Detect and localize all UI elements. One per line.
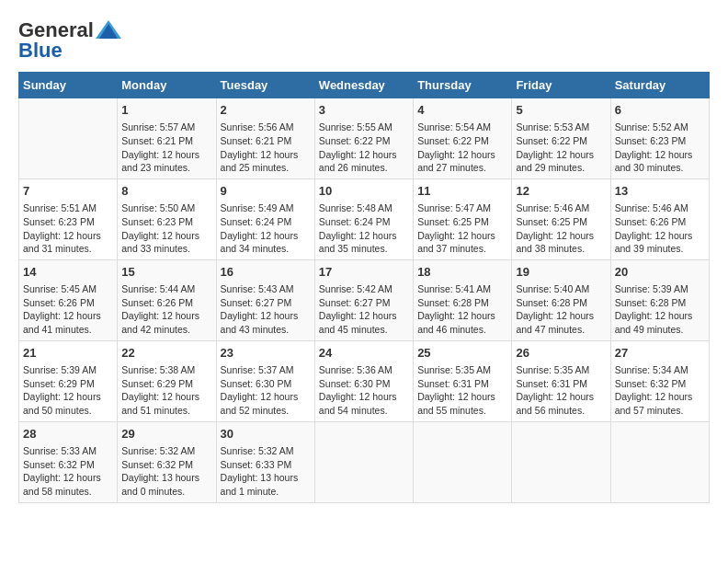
calendar-cell: 29Sunrise: 5:32 AM Sunset: 6:32 PM Dayli… xyxy=(118,421,216,502)
header-day-friday: Friday xyxy=(512,73,610,98)
day-number: 19 xyxy=(516,264,606,281)
calendar-cell: 16Sunrise: 5:43 AM Sunset: 6:27 PM Dayli… xyxy=(216,259,314,340)
day-info: Sunrise: 5:49 AM Sunset: 6:24 PM Dayligh… xyxy=(221,201,311,256)
day-number: 14 xyxy=(23,264,113,281)
day-info: Sunrise: 5:46 AM Sunset: 6:26 PM Dayligh… xyxy=(615,201,705,256)
calendar-cell: 19Sunrise: 5:40 AM Sunset: 6:28 PM Dayli… xyxy=(512,259,610,340)
day-number: 3 xyxy=(319,102,409,119)
header-day-sunday: Sunday xyxy=(19,73,118,98)
day-number: 22 xyxy=(121,345,211,362)
calendar-cell: 1Sunrise: 5:57 AM Sunset: 6:21 PM Daylig… xyxy=(118,98,216,179)
day-number: 10 xyxy=(319,183,409,200)
calendar-cell: 5Sunrise: 5:53 AM Sunset: 6:22 PM Daylig… xyxy=(512,98,610,179)
header-day-wednesday: Wednesday xyxy=(314,73,413,98)
week-row-3: 14Sunrise: 5:45 AM Sunset: 6:26 PM Dayli… xyxy=(19,259,710,340)
calendar-cell: 11Sunrise: 5:47 AM Sunset: 6:25 PM Dayli… xyxy=(414,178,512,259)
day-number: 29 xyxy=(121,426,211,442)
calendar-cell: 17Sunrise: 5:42 AM Sunset: 6:27 PM Dayli… xyxy=(314,259,413,340)
calendar-cell: 10Sunrise: 5:48 AM Sunset: 6:24 PM Dayli… xyxy=(314,178,413,259)
day-info: Sunrise: 5:46 AM Sunset: 6:25 PM Dayligh… xyxy=(516,201,606,256)
day-number: 17 xyxy=(319,264,409,281)
calendar-cell xyxy=(610,421,709,502)
calendar-cell xyxy=(512,421,610,502)
day-info: Sunrise: 5:36 AM Sunset: 6:30 PM Dayligh… xyxy=(319,363,409,418)
calendar-cell: 30Sunrise: 5:32 AM Sunset: 6:33 PM Dayli… xyxy=(216,421,314,502)
day-number: 12 xyxy=(516,183,606,200)
day-number: 30 xyxy=(221,426,311,442)
day-number: 16 xyxy=(221,264,311,281)
day-info: Sunrise: 5:32 AM Sunset: 6:32 PM Dayligh… xyxy=(121,444,211,499)
week-row-5: 28Sunrise: 5:33 AM Sunset: 6:32 PM Dayli… xyxy=(19,421,710,502)
day-number: 6 xyxy=(615,102,705,119)
day-number: 26 xyxy=(516,345,606,362)
day-info: Sunrise: 5:35 AM Sunset: 6:31 PM Dayligh… xyxy=(417,363,507,418)
calendar-cell: 4Sunrise: 5:54 AM Sunset: 6:22 PM Daylig… xyxy=(414,98,512,179)
day-number: 23 xyxy=(221,345,311,362)
calendar-cell xyxy=(314,421,413,502)
day-info: Sunrise: 5:48 AM Sunset: 6:24 PM Dayligh… xyxy=(319,201,409,256)
day-info: Sunrise: 5:43 AM Sunset: 6:27 PM Dayligh… xyxy=(221,282,311,337)
day-info: Sunrise: 5:37 AM Sunset: 6:30 PM Dayligh… xyxy=(221,363,311,418)
day-info: Sunrise: 5:35 AM Sunset: 6:31 PM Dayligh… xyxy=(516,363,606,418)
day-info: Sunrise: 5:45 AM Sunset: 6:26 PM Dayligh… xyxy=(23,282,113,337)
logo-blue-text: Blue xyxy=(18,39,63,63)
calendar-cell: 6Sunrise: 5:52 AM Sunset: 6:23 PM Daylig… xyxy=(610,98,709,179)
calendar-cell xyxy=(19,98,118,179)
day-info: Sunrise: 5:32 AM Sunset: 6:33 PM Dayligh… xyxy=(221,444,311,499)
calendar-cell: 27Sunrise: 5:34 AM Sunset: 6:32 PM Dayli… xyxy=(610,340,709,421)
day-number: 7 xyxy=(23,183,113,200)
day-number: 8 xyxy=(121,183,211,200)
day-info: Sunrise: 5:34 AM Sunset: 6:32 PM Dayligh… xyxy=(615,363,705,418)
day-info: Sunrise: 5:56 AM Sunset: 6:21 PM Dayligh… xyxy=(221,121,311,175)
day-info: Sunrise: 5:55 AM Sunset: 6:22 PM Dayligh… xyxy=(319,121,409,175)
day-info: Sunrise: 5:50 AM Sunset: 6:23 PM Dayligh… xyxy=(121,201,211,256)
day-number: 15 xyxy=(121,264,211,281)
day-number: 25 xyxy=(417,345,507,362)
header-day-monday: Monday xyxy=(118,73,216,98)
day-info: Sunrise: 5:44 AM Sunset: 6:26 PM Dayligh… xyxy=(121,282,211,337)
header-day-tuesday: Tuesday xyxy=(216,73,314,98)
day-info: Sunrise: 5:53 AM Sunset: 6:22 PM Dayligh… xyxy=(516,121,606,175)
day-number: 21 xyxy=(23,345,113,362)
day-number: 9 xyxy=(221,183,311,200)
calendar-cell: 14Sunrise: 5:45 AM Sunset: 6:26 PM Dayli… xyxy=(19,259,118,340)
week-row-4: 21Sunrise: 5:39 AM Sunset: 6:29 PM Dayli… xyxy=(19,340,710,421)
calendar-cell: 12Sunrise: 5:46 AM Sunset: 6:25 PM Dayli… xyxy=(512,178,610,259)
calendar-cell: 21Sunrise: 5:39 AM Sunset: 6:29 PM Dayli… xyxy=(19,340,118,421)
day-number: 20 xyxy=(615,264,705,281)
week-row-1: 1Sunrise: 5:57 AM Sunset: 6:21 PM Daylig… xyxy=(19,98,710,179)
day-info: Sunrise: 5:57 AM Sunset: 6:21 PM Dayligh… xyxy=(121,121,211,175)
calendar-table: SundayMondayTuesdayWednesdayThursdayFrid… xyxy=(18,72,710,503)
day-info: Sunrise: 5:33 AM Sunset: 6:32 PM Dayligh… xyxy=(23,444,113,499)
calendar-cell: 9Sunrise: 5:49 AM Sunset: 6:24 PM Daylig… xyxy=(216,178,314,259)
calendar-cell xyxy=(414,421,512,502)
calendar-cell: 22Sunrise: 5:38 AM Sunset: 6:29 PM Dayli… xyxy=(118,340,216,421)
day-number: 27 xyxy=(615,345,705,362)
day-info: Sunrise: 5:39 AM Sunset: 6:29 PM Dayligh… xyxy=(23,363,113,418)
logo: General Blue xyxy=(18,18,121,63)
day-info: Sunrise: 5:40 AM Sunset: 6:28 PM Dayligh… xyxy=(516,282,606,337)
day-info: Sunrise: 5:47 AM Sunset: 6:25 PM Dayligh… xyxy=(417,201,507,256)
calendar-cell: 3Sunrise: 5:55 AM Sunset: 6:22 PM Daylig… xyxy=(314,98,413,179)
calendar-cell: 28Sunrise: 5:33 AM Sunset: 6:32 PM Dayli… xyxy=(19,421,118,502)
week-row-2: 7Sunrise: 5:51 AM Sunset: 6:23 PM Daylig… xyxy=(19,178,710,259)
calendar-header-row: SundayMondayTuesdayWednesdayThursdayFrid… xyxy=(19,73,710,98)
day-info: Sunrise: 5:42 AM Sunset: 6:27 PM Dayligh… xyxy=(319,282,409,337)
calendar-cell: 23Sunrise: 5:37 AM Sunset: 6:30 PM Dayli… xyxy=(216,340,314,421)
calendar-cell: 15Sunrise: 5:44 AM Sunset: 6:26 PM Dayli… xyxy=(118,259,216,340)
day-number: 24 xyxy=(319,345,409,362)
calendar-cell: 13Sunrise: 5:46 AM Sunset: 6:26 PM Dayli… xyxy=(610,178,709,259)
day-info: Sunrise: 5:41 AM Sunset: 6:28 PM Dayligh… xyxy=(417,282,507,337)
day-number: 13 xyxy=(615,183,705,200)
calendar-cell: 2Sunrise: 5:56 AM Sunset: 6:21 PM Daylig… xyxy=(216,98,314,179)
calendar-cell: 25Sunrise: 5:35 AM Sunset: 6:31 PM Dayli… xyxy=(414,340,512,421)
header-day-thursday: Thursday xyxy=(414,73,512,98)
day-number: 1 xyxy=(121,102,211,119)
day-number: 18 xyxy=(417,264,507,281)
day-number: 11 xyxy=(417,183,507,200)
calendar-cell: 26Sunrise: 5:35 AM Sunset: 6:31 PM Dayli… xyxy=(512,340,610,421)
day-info: Sunrise: 5:54 AM Sunset: 6:22 PM Dayligh… xyxy=(417,121,507,175)
day-number: 2 xyxy=(221,102,311,119)
day-info: Sunrise: 5:51 AM Sunset: 6:23 PM Dayligh… xyxy=(23,201,113,256)
day-number: 4 xyxy=(417,102,507,119)
